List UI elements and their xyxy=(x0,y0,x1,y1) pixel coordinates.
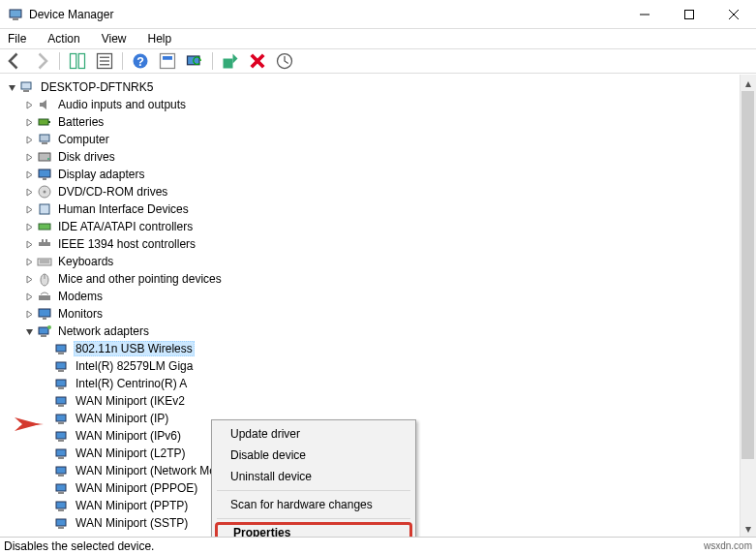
svg-rect-0 xyxy=(10,10,21,17)
tree-item-label: Keyboards xyxy=(56,255,115,268)
toggle-placeholder xyxy=(41,378,52,389)
toggle-placeholder xyxy=(41,360,52,372)
forward-button[interactable] xyxy=(31,50,52,72)
toggle-placeholder xyxy=(41,482,52,494)
expand-toggle[interactable] xyxy=(23,273,35,285)
adapter-icon xyxy=(54,498,70,513)
menu-help[interactable]: Help xyxy=(144,32,176,46)
expand-toggle[interactable] xyxy=(23,134,35,145)
menubar: File Action View Help xyxy=(0,29,756,48)
tree-category-audio[interactable]: Audio inputs and outputs xyxy=(6,96,756,113)
menu-update-driver[interactable]: Update driver xyxy=(215,423,412,445)
tree-category-ide[interactable]: IDE ATA/ATAPI controllers xyxy=(6,218,756,235)
toggle-placeholder xyxy=(41,395,52,407)
tree-item-network-adapter[interactable]: 802.11n USB Wireless xyxy=(6,340,756,357)
svg-rect-49 xyxy=(56,345,66,352)
expand-toggle[interactable] xyxy=(23,186,35,198)
adapter-icon xyxy=(54,463,70,478)
tree-item-label: WAN Miniport (PPPOE) xyxy=(74,481,199,495)
menu-separator xyxy=(217,518,410,519)
menu-scan-hardware[interactable]: Scan for hardware changes xyxy=(215,494,412,515)
disable-device-button[interactable] xyxy=(247,50,268,72)
collapse-toggle[interactable] xyxy=(6,81,17,93)
expand-toggle[interactable] xyxy=(23,291,35,302)
svg-rect-70 xyxy=(58,527,64,529)
update-driver-button[interactable] xyxy=(274,50,295,72)
svg-rect-56 xyxy=(58,405,64,407)
adapter-icon xyxy=(54,446,70,461)
menu-disable-device[interactable]: Disable device xyxy=(215,445,412,466)
scan-hardware-button[interactable] xyxy=(184,50,205,72)
scrollbar-thumb[interactable] xyxy=(741,91,754,459)
expand-toggle[interactable] xyxy=(23,308,35,320)
adapter-icon xyxy=(54,358,70,374)
expand-toggle[interactable] xyxy=(23,151,35,163)
svg-rect-68 xyxy=(58,509,64,511)
tree-item-network-adapter[interactable]: Intel(R) Centrino(R) A xyxy=(6,375,756,392)
menu-separator xyxy=(217,490,410,491)
expand-toggle[interactable] xyxy=(23,238,35,250)
scrollbar-track[interactable]: ▴ ▾ xyxy=(740,75,756,537)
tree-category-mice[interactable]: Mice and other pointing devices xyxy=(6,270,756,288)
tree-category-dvd[interactable]: DVD/CD-ROM drives xyxy=(6,183,756,200)
expand-toggle[interactable] xyxy=(23,99,35,110)
collapse-toggle[interactable] xyxy=(23,325,35,337)
dvd-icon xyxy=(37,184,52,200)
svg-rect-51 xyxy=(56,362,66,369)
tree-item-network-adapter[interactable]: Intel(R) 82579LM Giga xyxy=(6,357,756,375)
show-hide-tree-button[interactable] xyxy=(67,50,88,72)
tree-category-disk[interactable]: Disk drives xyxy=(6,148,756,166)
titlebar: Device Manager xyxy=(0,0,756,29)
properties-button[interactable] xyxy=(94,50,115,72)
ieee-icon xyxy=(37,236,52,252)
tree-item-label: WAN Miniport (L2TP) xyxy=(74,446,188,460)
svg-rect-59 xyxy=(56,432,66,439)
expand-toggle[interactable] xyxy=(23,169,35,180)
svg-rect-58 xyxy=(58,422,64,424)
tree-category-ieee[interactable]: IEEE 1394 host controllers xyxy=(6,235,756,253)
tree-item-label: Intel(R) Centrino(R) A xyxy=(74,377,189,390)
enable-device-button[interactable] xyxy=(220,50,241,72)
action-button[interactable] xyxy=(157,50,178,72)
tree-item-network-adapter[interactable]: WAN Miniport (IKEv2 xyxy=(6,392,756,410)
modem-icon xyxy=(37,289,52,304)
tree-category-display[interactable]: Display adapters xyxy=(6,166,756,183)
tree-category-monitors[interactable]: Monitors xyxy=(6,305,756,323)
menu-file[interactable]: File xyxy=(4,32,30,46)
svg-rect-37 xyxy=(45,239,47,242)
expand-toggle[interactable] xyxy=(23,203,35,215)
back-button[interactable] xyxy=(4,50,25,72)
minimize-button[interactable] xyxy=(622,0,667,29)
tree-item-label: Batteries xyxy=(56,115,106,129)
expand-toggle[interactable] xyxy=(23,116,35,128)
menu-uninstall-device[interactable]: Uninstall device xyxy=(215,466,412,487)
menu-view[interactable]: View xyxy=(98,32,131,46)
menu-action[interactable]: Action xyxy=(44,32,83,46)
svg-rect-1 xyxy=(13,18,18,20)
tree-category-modems[interactable]: Modems xyxy=(6,288,756,305)
tree-category-network[interactable]: Network adapters xyxy=(6,323,756,340)
svg-rect-36 xyxy=(42,239,44,242)
context-menu: Update driver Disable device Uninstall d… xyxy=(211,419,416,537)
tree-root[interactable]: DESKTOP-DFTNRK5 xyxy=(6,78,756,96)
tree-category-batteries[interactable]: Batteries xyxy=(6,113,756,131)
menu-properties[interactable]: Properties xyxy=(215,522,412,537)
expand-toggle[interactable] xyxy=(23,221,35,232)
tree-item-label: IDE ATA/ATAPI controllers xyxy=(56,220,195,233)
tree-item-label: Intel(R) 82579LM Giga xyxy=(74,359,195,373)
svg-rect-67 xyxy=(56,502,66,508)
svg-rect-50 xyxy=(58,353,64,354)
adapter-icon xyxy=(54,411,70,426)
scroll-down-button[interactable]: ▾ xyxy=(740,520,756,537)
tree-category-computer[interactable]: Computer xyxy=(6,131,756,148)
tree-item-label: WAN Miniport (IP) xyxy=(74,412,170,425)
close-button[interactable] xyxy=(711,0,756,29)
tree-item-label: 802.11n USB Wireless xyxy=(74,341,195,356)
tree-category-keyboards[interactable]: Keyboards xyxy=(6,253,756,270)
svg-rect-21 xyxy=(21,82,31,89)
expand-toggle[interactable] xyxy=(23,256,35,267)
scroll-up-button[interactable]: ▴ xyxy=(740,75,756,91)
tree-category-hid[interactable]: Human Interface Devices xyxy=(6,200,756,218)
maximize-button[interactable] xyxy=(667,0,711,29)
help-button[interactable]: ? xyxy=(130,50,151,72)
